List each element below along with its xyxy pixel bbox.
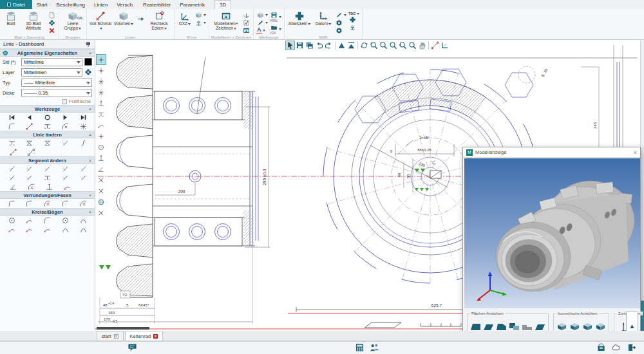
snap-point-button[interactable] (96, 65, 106, 76)
save-all-button[interactable] (305, 41, 314, 50)
voll-schmal-button[interactable]: Voll Schmal (90, 10, 111, 31)
tool-icon[interactable] (60, 200, 70, 208)
tab-rasterbilder[interactable]: Rasterbilder (138, 0, 175, 9)
leere-gruppe-button[interactable]: CPL Leere Gruppe (62, 10, 84, 31)
tool-icon[interactable] (60, 139, 70, 147)
snap-arc-button[interactable] (96, 120, 106, 131)
save-button[interactable] (295, 41, 305, 50)
undo-button[interactable] (314, 41, 324, 50)
pan-button[interactable] (417, 41, 427, 50)
zoom-in-button[interactable]: + (369, 41, 379, 50)
triangle-bar-button[interactable] (346, 41, 356, 50)
tab-versch[interactable]: Versch. (112, 0, 138, 9)
section-segment-aendern[interactable]: Segment ändern▲ (0, 156, 95, 164)
tool-icon[interactable] (60, 122, 70, 131)
view-bottom-icon[interactable] (535, 322, 545, 331)
bend-icon[interactable] (348, 24, 357, 31)
tool-icon[interactable] (6, 139, 17, 147)
zoom-out-button[interactable]: − (379, 41, 388, 50)
tool-icon[interactable] (78, 165, 88, 173)
tool-icon[interactable] (24, 225, 35, 234)
snap-star-button[interactable] (96, 76, 106, 87)
view-back-icon[interactable] (483, 322, 494, 331)
nav-first-icon[interactable] (6, 113, 17, 122)
snap-globe-button[interactable] (96, 196, 106, 207)
exit-icon[interactable] (627, 343, 638, 353)
text-tool-icon[interactable]: A (256, 27, 262, 33)
tool-icon[interactable] (78, 225, 88, 234)
tbg-button[interactable]: TBG (348, 12, 356, 15)
tool-icon[interactable] (43, 200, 53, 208)
tool-icon[interactable] (60, 174, 70, 182)
axes-icon[interactable] (242, 12, 251, 19)
dxz-button[interactable]: DXZ (177, 10, 193, 26)
view-right-icon[interactable] (509, 322, 520, 331)
typ-select[interactable]: —·—Mittellinie (21, 79, 92, 87)
zoom-window-button[interactable]: ▫ (388, 41, 398, 50)
extrude-icon[interactable] (194, 19, 203, 26)
tool-icon[interactable] (26, 148, 36, 156)
tool-icon[interactable] (6, 174, 17, 182)
sketch-tool-icon[interactable] (256, 19, 265, 26)
datum-button[interactable]: Datum (314, 10, 333, 26)
tool-icon[interactable] (78, 174, 88, 182)
hex-flange-icon[interactable] (335, 19, 343, 26)
tool-icon[interactable] (43, 122, 53, 131)
stil-select[interactable]: Mittellinie (21, 58, 82, 66)
snap-cross-button[interactable] (96, 185, 106, 196)
solid-tool-icon[interactable] (256, 12, 265, 19)
section-verrundungen-fasen[interactable]: Verrundungen/Fasen▲ (0, 191, 95, 199)
tool-icon[interactable] (60, 216, 70, 225)
view-front-icon[interactable] (470, 322, 481, 331)
tool-icon[interactable] (24, 200, 35, 208)
iso-view-2-icon[interactable] (569, 322, 580, 331)
section-linie-aendern[interactable]: Linie ändern▲ (0, 131, 95, 138)
section-kreise-boegen[interactable]: Kreise/Bögen▲ (0, 208, 95, 216)
redo-button[interactable] (324, 41, 334, 50)
iso-view-3-icon[interactable] (582, 322, 593, 331)
tool-icon[interactable] (78, 200, 88, 208)
pin-icon[interactable] (85, 41, 91, 48)
people-icon[interactable] (370, 343, 380, 353)
delete-icon[interactable] (48, 27, 56, 34)
layer-select[interactable]: Mittellinien (21, 68, 82, 77)
package-icon[interactable] (596, 343, 607, 353)
select-tool-button[interactable] (285, 41, 295, 50)
tool-icon[interactable] (8, 148, 18, 156)
pen-diagonal-icon[interactable] (335, 12, 343, 19)
tool-icon[interactable] (78, 216, 88, 225)
measure-point-button[interactable] (430, 41, 440, 50)
modellieren-zeichnen-button[interactable]: Modellieren+ Zeichnen (212, 10, 240, 31)
snap-node-button[interactable] (96, 54, 106, 65)
vda-export-icon[interactable] (270, 24, 278, 31)
sheet-small-icon[interactable] (48, 12, 56, 19)
tool-icon[interactable] (78, 139, 88, 147)
vrml-export-icon[interactable] (270, 12, 278, 19)
view-top-icon[interactable] (522, 322, 533, 331)
tool-icon[interactable] (24, 139, 35, 147)
calculator-icon[interactable] (355, 343, 365, 353)
model-3d-viewport[interactable] (464, 158, 640, 308)
iso-view-1-icon[interactable] (556, 322, 567, 331)
tool-icon[interactable] (43, 139, 53, 147)
tool-icon[interactable] (43, 165, 53, 173)
tab-beschriftung[interactable]: Beschriftung (52, 0, 90, 9)
rechteck-ecken-button[interactable]: Rechteck Ecken (147, 10, 171, 31)
snap-perp2-button[interactable] (96, 153, 106, 163)
tool-icon[interactable] (78, 122, 88, 131)
checkbox-icon[interactable] (242, 19, 251, 26)
message-bubble-icon[interactable] (128, 343, 138, 353)
color-swatch[interactable] (84, 58, 92, 66)
refresh-view-button[interactable] (359, 41, 369, 50)
dicke-select[interactable]: ———0.35 (21, 89, 92, 97)
snap-circle-button[interactable] (96, 142, 106, 153)
nav-loop-icon[interactable] (43, 113, 53, 122)
3d-blatt-attribute-button[interactable]: 3D Blatt Attribute (21, 10, 46, 31)
tool-icon[interactable] (6, 165, 17, 173)
sweep-button[interactable] (136, 10, 145, 23)
fuellflaeche-checkbox[interactable] (62, 99, 67, 104)
section-allgemeine-eigenschaften[interactable]: ⚙Allgemeine Eigenschaften▲ (0, 49, 95, 57)
layer-flower-icon[interactable] (84, 68, 92, 76)
tool-icon[interactable] (24, 122, 35, 131)
tool-icon[interactable] (43, 225, 53, 234)
